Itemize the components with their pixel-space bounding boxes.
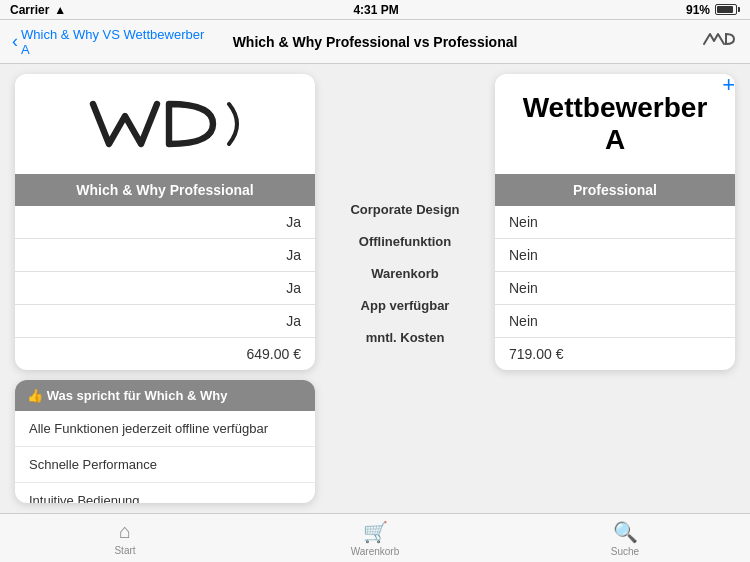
bottom-section-header: 👍 Was spricht für Which & Why xyxy=(15,380,315,411)
battery-percent: 91% xyxy=(686,3,710,17)
right-card-header: Professional xyxy=(495,174,735,206)
feature-label-1: Offlinefunktion xyxy=(335,226,475,258)
right-card: Wettbewerber A Professional Nein Nein Ne… xyxy=(495,74,735,370)
list-item: Schnelle Performance xyxy=(15,447,315,483)
tab-bar: ⌂ Start 🛒 Warenkorb 🔍 Suche xyxy=(0,513,750,562)
right-card-title: Wettbewerber A xyxy=(495,74,735,174)
feature-label-3: App verfügbar xyxy=(335,290,475,322)
status-right: 91% xyxy=(686,3,740,17)
status-time: 4:31 PM xyxy=(353,3,398,17)
feature-label-0: Corporate Design xyxy=(335,194,475,226)
search-icon: 🔍 xyxy=(613,520,638,544)
cart-icon: 🛒 xyxy=(363,520,388,544)
status-bar: Carrier ▲ 4:31 PM 91% xyxy=(0,0,750,20)
left-card-rows: Ja Ja Ja Ja 649.00 € xyxy=(15,206,315,370)
tab-suche-label: Suche xyxy=(611,546,639,557)
battery-icon xyxy=(715,4,740,15)
back-chevron-icon: ‹ xyxy=(12,31,18,52)
wd-logo-nav-icon xyxy=(702,30,738,53)
tab-suche[interactable]: 🔍 Suche xyxy=(500,514,750,562)
table-row: 719.00 € xyxy=(495,338,735,370)
left-card-header: Which & Why Professional xyxy=(15,174,315,206)
table-row: Nein xyxy=(495,206,735,239)
thumbs-up-icon: 👍 xyxy=(27,388,47,403)
wifi-icon: ▲ xyxy=(54,3,66,17)
nav-bar: ‹ Which & Why VS Wettbewerber A Which & … xyxy=(0,20,750,64)
table-row: Ja xyxy=(15,239,315,272)
list-item: Intuitive Bedienung xyxy=(15,483,315,503)
bottom-section: 👍 Was spricht für Which & Why Alle Funkt… xyxy=(15,380,315,503)
table-row: Ja xyxy=(15,206,315,239)
nav-right xyxy=(538,30,738,53)
feature-label-2: Warenkorb xyxy=(335,258,475,290)
add-button[interactable]: + xyxy=(722,72,735,98)
right-card-rows: Nein Nein Nein Nein 719.00 € xyxy=(495,206,735,370)
comparison-row: Which & Why Professional Ja Ja Ja Ja 649… xyxy=(15,74,735,370)
carrier-label: Carrier xyxy=(10,3,49,17)
middle-labels: Corporate Design Offlinefunktion Warenko… xyxy=(335,74,475,354)
tab-warenkorb-label: Warenkorb xyxy=(351,546,400,557)
table-row: Nein xyxy=(495,272,735,305)
table-row: Ja xyxy=(15,272,315,305)
table-row: Nein xyxy=(495,239,735,272)
table-row: Nein xyxy=(495,305,735,338)
left-card: Which & Why Professional Ja Ja Ja Ja 649… xyxy=(15,74,315,370)
tab-start-label: Start xyxy=(114,545,135,556)
list-item: Alle Funktionen jederzeit offline verfüg… xyxy=(15,411,315,447)
left-card-logo xyxy=(15,74,315,174)
status-left: Carrier ▲ xyxy=(10,3,66,17)
table-row: Ja xyxy=(15,305,315,338)
nav-title: Which & Why Professional vs Professional xyxy=(212,34,538,50)
back-label: Which & Why VS Wettbewerber A xyxy=(21,27,212,57)
home-icon: ⌂ xyxy=(119,520,131,543)
tab-start[interactable]: ⌂ Start xyxy=(0,514,250,562)
tab-warenkorb[interactable]: 🛒 Warenkorb xyxy=(250,514,500,562)
feature-label-4: mntl. Kosten xyxy=(335,322,475,354)
bottom-items: Alle Funktionen jederzeit offline verfüg… xyxy=(15,411,315,503)
back-button[interactable]: ‹ Which & Why VS Wettbewerber A xyxy=(12,27,212,57)
main-content: + Which & Why Professional Ja Ja Ja Ja xyxy=(0,64,750,513)
table-row: 649.00 € xyxy=(15,338,315,370)
